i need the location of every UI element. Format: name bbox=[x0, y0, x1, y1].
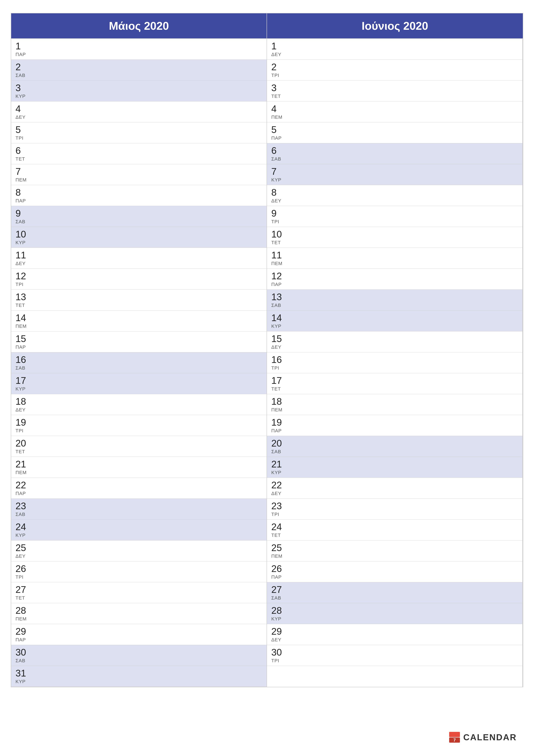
day-number: 10 bbox=[271, 230, 286, 239]
day-cell: 26ΠΑΡ bbox=[271, 564, 286, 580]
day-row: 25ΠΕΜ bbox=[267, 540, 522, 561]
day-row: 9ΣΑΒ bbox=[11, 206, 267, 227]
day-cell: 11ΠΕΜ bbox=[271, 251, 286, 266]
day-name: ΚΥΡ bbox=[15, 532, 31, 538]
day-row: 18ΠΕΜ bbox=[267, 394, 522, 415]
day-name: ΠΕΜ bbox=[15, 470, 31, 475]
day-number: 17 bbox=[271, 376, 286, 385]
day-number: 25 bbox=[271, 543, 286, 553]
day-number: 13 bbox=[15, 292, 31, 302]
day-number: 17 bbox=[15, 376, 31, 385]
day-cell: 29ΔΕΥ bbox=[271, 627, 286, 643]
day-name: ΤΕΤ bbox=[15, 595, 31, 601]
day-name: ΣΑΒ bbox=[15, 73, 31, 78]
day-number: 19 bbox=[15, 418, 31, 427]
day-cell: 9ΣΑΒ bbox=[15, 209, 31, 225]
day-number: 10 bbox=[15, 230, 31, 239]
day-row: 21ΠΕΜ bbox=[11, 457, 267, 478]
day-cell: 8ΠΑΡ bbox=[15, 188, 31, 204]
day-number: 27 bbox=[271, 585, 286, 594]
day-row: 8ΠΑΡ bbox=[11, 185, 267, 206]
day-cell: 3ΤΕΤ bbox=[271, 83, 286, 99]
day-cell: 11ΔΕΥ bbox=[15, 251, 31, 266]
day-number: 16 bbox=[15, 355, 31, 364]
day-number: 9 bbox=[15, 209, 31, 218]
day-name: ΚΥΡ bbox=[15, 679, 31, 685]
day-row: 5ΤΡΙ bbox=[11, 122, 267, 143]
day-name: ΠΕΜ bbox=[271, 554, 286, 559]
day-name: ΚΥΡ bbox=[271, 470, 286, 475]
day-number: 3 bbox=[15, 83, 31, 93]
day-name: ΣΑΒ bbox=[15, 365, 31, 371]
day-number: 1 bbox=[15, 41, 31, 51]
day-name: ΔΕΥ bbox=[271, 637, 286, 643]
day-row: 20ΣΑΒ bbox=[267, 436, 522, 457]
day-number: 13 bbox=[271, 292, 286, 302]
day-row: 30ΣΑΒ bbox=[11, 645, 267, 666]
day-name: ΤΕΤ bbox=[15, 156, 31, 162]
day-cell: 21ΠΕΜ bbox=[15, 459, 31, 475]
day-name: ΔΕΥ bbox=[15, 115, 31, 120]
day-row: 24ΤΕΤ bbox=[267, 520, 522, 540]
day-name: ΠΑΡ bbox=[15, 491, 31, 496]
day-row: 27ΤΕΤ bbox=[11, 582, 267, 603]
day-cell: 13ΤΕΤ bbox=[15, 292, 31, 308]
day-row: 26ΠΑΡ bbox=[267, 561, 522, 582]
day-cell: 15ΠΑΡ bbox=[15, 334, 31, 350]
day-number: 28 bbox=[15, 606, 31, 615]
june-days-column: 1ΔΕΥ2ΤΡΙ3ΤΕΤ4ΠΕΜ5ΠΑΡ6ΣΑΒ7ΚΥΡ8ΔΕΥ9ΤΡΙ10ΤΕ… bbox=[267, 39, 523, 687]
june-header: Ιούνιος 2020 bbox=[267, 14, 523, 39]
day-cell: 26ΤΡΙ bbox=[15, 564, 31, 580]
day-row: 29ΔΕΥ bbox=[267, 624, 522, 645]
day-number: 8 bbox=[15, 188, 31, 197]
day-number: 5 bbox=[15, 125, 31, 134]
day-number: 20 bbox=[271, 439, 286, 448]
day-name: ΤΕΤ bbox=[15, 449, 31, 454]
day-cell: 23ΤΡΙ bbox=[271, 501, 286, 517]
day-name: ΔΕΥ bbox=[271, 491, 286, 496]
day-name: ΔΕΥ bbox=[271, 344, 286, 350]
day-cell: 29ΠΑΡ bbox=[15, 627, 31, 643]
day-cell: 6ΤΕΤ bbox=[15, 146, 31, 162]
day-name: ΤΕΤ bbox=[271, 240, 286, 245]
day-number: 12 bbox=[15, 271, 31, 281]
day-cell: 30ΤΡΙ bbox=[271, 648, 286, 663]
day-number: 20 bbox=[15, 439, 31, 448]
day-number: 4 bbox=[15, 104, 31, 114]
calendar-grid: Μάιος 2020 Ιούνιος 2020 1ΠΑΡ2ΣΑΒ3ΚΥΡ4ΔΕΥ… bbox=[11, 13, 523, 687]
day-number: 25 bbox=[15, 543, 31, 553]
day-cell: 19ΤΡΙ bbox=[15, 418, 31, 434]
day-name: ΠΕΜ bbox=[15, 616, 31, 622]
day-row: 17ΤΕΤ bbox=[267, 373, 522, 394]
day-row: 4ΔΕΥ bbox=[11, 101, 267, 122]
day-row: 4ΠΕΜ bbox=[267, 101, 522, 122]
day-name: ΠΕΜ bbox=[271, 115, 286, 120]
day-cell: 10ΚΥΡ bbox=[15, 230, 31, 245]
day-row: 1ΔΕΥ bbox=[267, 39, 522, 60]
day-number: 26 bbox=[271, 564, 286, 574]
day-cell: 28ΚΥΡ bbox=[271, 606, 286, 622]
day-number: 29 bbox=[271, 627, 286, 636]
day-row: 13ΤΕΤ bbox=[11, 290, 267, 310]
day-row: 14ΠΕΜ bbox=[11, 310, 267, 332]
day-number: 22 bbox=[15, 480, 31, 490]
day-row: 17ΚΥΡ bbox=[11, 373, 267, 394]
day-name: ΠΕΜ bbox=[15, 323, 31, 329]
day-row: 27ΣΑΒ bbox=[267, 582, 522, 603]
day-cell: 15ΔΕΥ bbox=[271, 334, 286, 350]
day-name: ΠΑΡ bbox=[15, 52, 31, 57]
day-cell: 27ΤΕΤ bbox=[15, 585, 31, 601]
day-cell: 2ΣΑΒ bbox=[15, 62, 31, 78]
day-number: 29 bbox=[15, 627, 31, 636]
day-name: ΚΥΡ bbox=[15, 386, 31, 392]
day-row: 21ΚΥΡ bbox=[267, 457, 522, 478]
day-number: 19 bbox=[271, 418, 286, 427]
day-number: 27 bbox=[15, 585, 31, 594]
day-cell: 3ΚΥΡ bbox=[15, 83, 31, 99]
day-number: 23 bbox=[271, 501, 286, 511]
day-name: ΔΕΥ bbox=[15, 407, 31, 413]
day-name: ΠΕΜ bbox=[271, 261, 286, 266]
day-number: 21 bbox=[15, 459, 31, 469]
day-name: ΚΥΡ bbox=[15, 240, 31, 245]
day-name: ΚΥΡ bbox=[15, 94, 31, 99]
